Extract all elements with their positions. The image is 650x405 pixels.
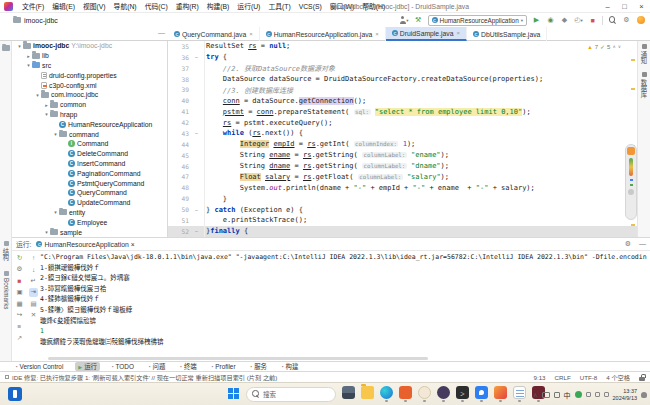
fold-marker-icon[interactable]: −	[192, 54, 201, 60]
tree-chevron-icon[interactable]: ▾	[43, 229, 50, 235]
editor-tab[interactable]: CQueryCommand.java×	[168, 27, 260, 41]
tree-item[interactable]: CInsertCommand	[12, 159, 167, 169]
scroll-to-end-icon[interactable]: ⇥	[29, 288, 38, 297]
fold-marker-icon[interactable]: −	[192, 130, 201, 136]
taskbar-app[interactable]	[399, 386, 412, 402]
run-console-tab[interactable]: C HumanResourceApplication ×	[36, 241, 134, 248]
notifications-icon[interactable]	[636, 15, 645, 26]
tree-item[interactable]: CUpdateCommand	[12, 198, 167, 208]
tree-item[interactable]: ▾hrapp	[12, 110, 167, 120]
taskbar-app[interactable]	[513, 386, 526, 402]
dump-threads-icon[interactable]: ▣	[15, 288, 24, 297]
phone-link-icon[interactable]	[586, 392, 591, 397]
tree-item[interactable]: ▾command	[12, 129, 167, 139]
tree-chevron-icon[interactable]: ▾	[25, 62, 32, 68]
tree-item[interactable]: CQueryCommand	[12, 188, 167, 198]
tool-stripe-button[interactable]: Bookmarks	[3, 271, 10, 310]
print-icon[interactable]: ▤	[29, 299, 38, 308]
minimize-button[interactable]: –	[599, 0, 616, 13]
tree-item[interactable]: CHumanResourceApplication	[12, 119, 167, 129]
profiler-button-icon[interactable]: ◴▾	[574, 15, 583, 26]
taskbar-app[interactable]	[437, 386, 450, 402]
settings-icon[interactable]: ⚙	[622, 15, 631, 26]
tree-item[interactable]: ▾entity	[12, 208, 167, 218]
taskbar-app[interactable]	[418, 386, 431, 402]
tool-window-button-build[interactable]: ▪构建	[279, 362, 301, 371]
pin-icon[interactable]: ↗	[15, 334, 24, 343]
volume-icon[interactable]	[595, 392, 600, 397]
debug-button-icon[interactable]: ◉	[546, 15, 555, 26]
edit-configuration-icon[interactable]: ⚙	[15, 265, 24, 274]
tool-window-button-problems[interactable]: ▪问题	[146, 362, 168, 371]
tray-chevron-icon[interactable]: ∧	[533, 391, 537, 398]
project-tool-icon[interactable]	[2, 45, 10, 51]
tool-window-button-profiler[interactable]: ▪Profiler	[209, 362, 239, 371]
tool-stripe-button[interactable]: 结构	[2, 241, 11, 261]
tray-app-icon[interactable]	[575, 391, 582, 398]
menu-item[interactable]: 代码(C)	[141, 3, 172, 10]
file-encoding[interactable]: UTF-8	[580, 374, 598, 381]
tree-item[interactable]: ▸lib	[12, 51, 167, 61]
soft-wrap-icon[interactable]: ↵	[29, 276, 38, 285]
menu-item[interactable]: 编辑(E)	[48, 3, 79, 10]
menu-item[interactable]: 运行(U)	[233, 3, 264, 10]
tree-item[interactable]: druid-config.properties	[12, 70, 167, 80]
tree-item[interactable]: CEmployee	[12, 217, 167, 227]
maximize-button[interactable]: □	[616, 0, 633, 13]
exit-icon[interactable]: ↪	[15, 311, 24, 320]
restore-layout-icon[interactable]: ≡	[15, 322, 24, 331]
menu-item[interactable]: 重构(R)	[172, 3, 203, 10]
monitor-icon[interactable]	[542, 392, 550, 398]
fold-marker-icon[interactable]: −	[192, 207, 201, 213]
tree-item[interactable]: ▾src	[12, 61, 167, 71]
scroll-to-bottom-icon[interactable]: ↓	[29, 265, 38, 274]
tree-chevron-icon[interactable]: ▾	[16, 43, 23, 49]
tree-item[interactable]: ▾sample	[12, 227, 167, 237]
tree-chevron-icon[interactable]: ▾	[43, 111, 50, 117]
tree-item[interactable]: CPaginationCommand	[12, 168, 167, 178]
editor-tab[interactable]: CDbUtilsSample.java	[467, 27, 547, 41]
tool-stripe-button[interactable]: 数据库	[640, 72, 649, 98]
tool-window-button-terminal[interactable]: ▪终端	[177, 362, 199, 371]
tree-item[interactable]: CDeleteCommand	[12, 149, 167, 159]
console-hscrollbar[interactable]	[48, 357, 428, 360]
taskbar-app[interactable]	[475, 386, 488, 402]
stop-button-icon[interactable]: ■	[588, 15, 597, 26]
tool-window-button-services[interactable]: ▪服务	[248, 362, 270, 371]
taskbar-app[interactable]: ＞	[456, 386, 469, 402]
run-settings-icon[interactable]: ⚙	[625, 240, 631, 248]
caret-position[interactable]: 9:13	[534, 374, 546, 381]
menu-item[interactable]: 工具(T)	[264, 3, 294, 10]
menu-item[interactable]: 构建(B)	[203, 3, 234, 10]
close-button[interactable]: ×	[633, 0, 650, 13]
clock[interactable]: 13:37 2024/9/13	[613, 388, 637, 401]
tree-item[interactable]: c3p0-config.xml	[12, 80, 167, 90]
notification-widget[interactable]	[625, 144, 637, 220]
line-separator[interactable]: CRLF	[555, 374, 571, 381]
pinned-app-icon[interactable]	[8, 387, 22, 401]
tree-chevron-icon[interactable]: ▾	[52, 131, 59, 137]
user-menu-icon[interactable]: ▾	[399, 15, 408, 26]
close-icon[interactable]: ×	[249, 31, 253, 37]
scroll-to-top-icon[interactable]: ↑	[29, 253, 38, 262]
taskbar-app[interactable]	[380, 386, 393, 402]
tree-chevron-icon[interactable]: ▸	[43, 102, 50, 108]
tree-chevron-icon[interactable]: ▾	[52, 209, 59, 215]
build-hammer-icon[interactable]: ⚒	[414, 15, 423, 26]
search-everywhere-icon[interactable]	[608, 15, 617, 26]
tree-chevron-icon[interactable]: ▸	[25, 53, 32, 59]
tree-item[interactable]: ▸common	[12, 100, 167, 110]
editor-tab[interactable]: CHumanResourceApplication.java×	[260, 27, 386, 41]
run-button-icon[interactable]: ▶	[532, 15, 541, 26]
close-icon[interactable]: ×	[131, 241, 135, 248]
clear-all-icon[interactable]: ✕	[29, 311, 38, 320]
rerun-icon[interactable]: ↻	[15, 253, 24, 262]
display-icon[interactable]	[554, 392, 560, 398]
menu-item[interactable]: 文件(F)	[18, 3, 48, 10]
breadcrumb-project[interactable]: imooc-jdbc	[24, 17, 58, 24]
taskbar-app[interactable]	[361, 386, 374, 402]
taskbar-search[interactable]: 搜索	[246, 387, 336, 402]
tool-window-button-list[interactable]: ▪TODO	[109, 362, 137, 371]
start-button[interactable]	[228, 388, 240, 400]
breadcrumb[interactable]: imooc-jdbc	[13, 17, 58, 24]
